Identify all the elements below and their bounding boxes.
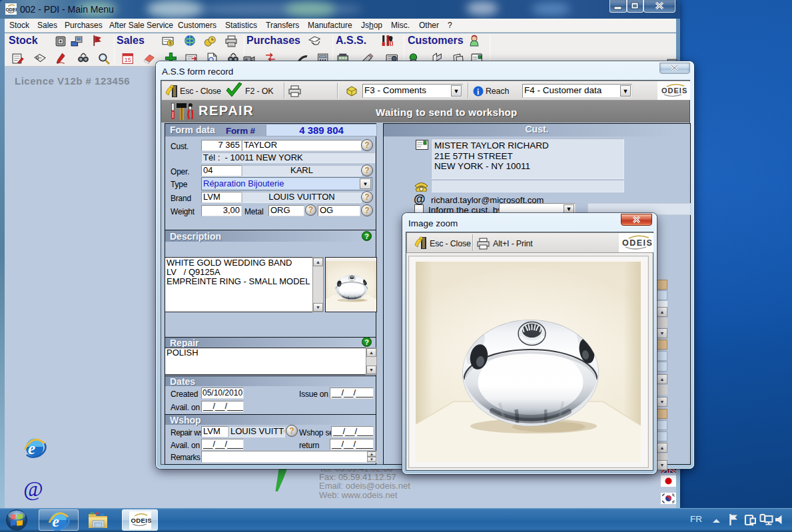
svg-text:ODEIS: ODEIS <box>131 517 152 524</box>
svg-text:ODEIS: ODEIS <box>6 7 17 12</box>
svg-text:ODEIS: ODEIS <box>661 87 687 95</box>
svg-text:$: $ <box>169 41 172 45</box>
svg-text:15: 15 <box>125 57 131 63</box>
svg-text:ODEIS: ODEIS <box>622 238 653 248</box>
svg-text:?: ? <box>39 57 41 61</box>
